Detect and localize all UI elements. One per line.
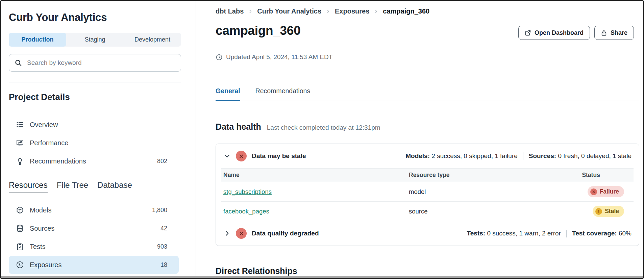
sidebar-item-label: Recommendations [30, 157, 86, 165]
sidebar-item-performance[interactable]: Performance [9, 134, 179, 152]
sidebar-item-exposures[interactable]: Exposures 18 [9, 256, 179, 274]
resource-type-cell: model [407, 182, 580, 202]
search-icon [15, 59, 22, 67]
stale-resources-table: Name Resource type Status stg_subscripti… [221, 168, 634, 221]
cube-icon [16, 206, 24, 214]
search-box[interactable] [9, 54, 181, 72]
tab-resources[interactable]: Resources [9, 180, 48, 193]
stats-divider [566, 230, 567, 237]
sidebar-item-label: Exposures [30, 261, 62, 269]
error-circle-icon [236, 228, 247, 239]
sidebar-divider [9, 82, 181, 82]
chevron-down-icon[interactable] [223, 152, 231, 160]
breadcrumb: dbt Labs Curb Your Analytics Exposures c… [216, 7, 639, 15]
share-label: Share [611, 29, 627, 36]
performance-chart-icon [16, 139, 24, 147]
sidebar-item-label: Sources [30, 225, 54, 232]
open-dashboard-button[interactable]: Open Dashboard [518, 26, 590, 40]
stale-section-title: Data may be stale [252, 152, 306, 160]
column-header-status: Status [580, 169, 634, 182]
open-dashboard-label: Open Dashboard [535, 29, 584, 36]
title-row: campaign_360 Open Dashboard Share [216, 24, 639, 40]
status-badge-label: Failure [600, 188, 619, 195]
table-row: facebook_pages source ! Stale [221, 202, 634, 221]
updated-text: Updated April 5, 2024, 11:53 AM EDT [226, 53, 332, 61]
sidebar-item-label: Tests [30, 243, 46, 251]
tests-stat: Tests: 0 success, 1 warn, 2 error [467, 230, 561, 237]
quality-section-row: Data quality degraded Tests: 0 success, … [216, 221, 639, 246]
quality-section-title: Data quality degraded [252, 230, 319, 237]
search-input[interactable] [26, 59, 175, 67]
chevron-right-icon[interactable] [223, 230, 231, 237]
database-icon [16, 224, 24, 232]
detail-tabs: General Recommendations [216, 87, 639, 101]
tab-recommendations[interactable]: Recommendations [255, 87, 311, 101]
clipboard-check-icon [16, 243, 24, 251]
env-tab-staging[interactable]: Staging [66, 33, 124, 47]
resource-type-cell: source [407, 202, 580, 221]
sidebar-item-tests[interactable]: Tests 903 [9, 237, 179, 256]
data-health-heading: Data health [216, 122, 261, 132]
main-content: dbt Labs Curb Your Analytics Exposures c… [196, 1, 643, 278]
status-badge-label: Stale [605, 208, 619, 215]
list-icon [16, 121, 24, 129]
status-badge-stale: ! Stale [593, 206, 624, 217]
lightbulb-icon [16, 157, 24, 165]
table-row: stg_subscriptions model Failure [221, 182, 634, 202]
stale-section-stats: Models: 2 success, 0 skipped, 1 failure … [405, 152, 631, 160]
coverage-stat: Test coverage: 60% [572, 230, 631, 237]
sidebar-item-count: 42 [160, 225, 167, 232]
resource-link-facebook-pages[interactable]: facebook_pages [223, 208, 269, 215]
page-title: campaign_360 [216, 24, 300, 38]
models-stat: Models: 2 success, 0 skipped, 1 failure [405, 152, 518, 160]
column-header-name: Name [221, 169, 407, 182]
tab-general[interactable]: General [216, 87, 240, 101]
chevron-right-icon [374, 9, 378, 14]
sidebar-item-count: 802 [157, 158, 167, 165]
chevron-right-icon [326, 9, 330, 14]
page-actions: Open Dashboard Share [518, 26, 634, 40]
env-tab-production[interactable]: Production [9, 33, 66, 47]
gauge-icon [16, 261, 24, 269]
breadcrumb-exposures[interactable]: Exposures [335, 7, 369, 15]
table-header-row: Name Resource type Status [221, 169, 634, 182]
sidebar-item-label: Performance [30, 139, 69, 147]
column-header-resource-type: Resource type [407, 169, 580, 182]
tab-file-tree[interactable]: File Tree [57, 180, 88, 193]
breadcrumb-project[interactable]: Curb Your Analytics [257, 7, 321, 15]
sidebar-item-recommendations[interactable]: Recommendations 802 [9, 152, 179, 170]
clock-icon [216, 54, 223, 61]
sidebar-item-count: 18 [160, 261, 167, 269]
sidebar-item-overview[interactable]: Overview [9, 116, 179, 134]
tab-database[interactable]: Database [97, 180, 132, 193]
stale-section-row: Data may be stale Models: 2 success, 0 s… [216, 144, 639, 168]
error-circle-icon [236, 151, 247, 161]
direct-relationships-heading: Direct Relationships [216, 266, 639, 276]
chevron-right-icon [248, 9, 253, 14]
app-window: Curb Your Analytics Production Staging D… [0, 0, 644, 279]
sidebar-item-sources[interactable]: Sources 42 [9, 219, 179, 237]
warning-exclamation-icon: ! [595, 208, 602, 215]
failure-x-icon [590, 188, 597, 195]
external-link-icon [525, 30, 531, 36]
sources-stat: Sources: 0 fresh, 0 delayed, 1 stale [529, 152, 631, 160]
sidebar-item-count: 903 [157, 243, 167, 250]
share-button[interactable]: Share [594, 26, 634, 40]
quality-section-stats: Tests: 0 success, 1 warn, 2 error Test c… [467, 230, 631, 237]
data-health-header: Data health Last check completed today a… [216, 122, 639, 132]
updated-row: Updated April 5, 2024, 11:53 AM EDT [216, 53, 639, 61]
breadcrumb-dbt-labs[interactable]: dbt Labs [216, 7, 244, 15]
last-check-text: Last check completed today at 12:31pm [267, 124, 380, 131]
resource-link-stg-subscriptions[interactable]: stg_subscriptions [223, 188, 272, 195]
resources-nav: Models 1,800 Sources 42 Tests 903 [9, 201, 188, 274]
share-icon [601, 30, 607, 36]
sidebar-item-label: Models [30, 206, 51, 214]
sidebar-item-models[interactable]: Models 1,800 [9, 201, 179, 219]
sidebar: Curb Your Analytics Production Staging D… [1, 1, 196, 278]
env-tab-development[interactable]: Development [124, 33, 181, 47]
sidebar-item-label: Overview [30, 121, 58, 129]
status-badge-failure: Failure [588, 186, 624, 197]
project-details-heading: Project Details [9, 92, 188, 102]
project-title: Curb Your Analytics [9, 11, 188, 24]
data-health-card: Data may be stale Models: 2 success, 0 s… [216, 144, 639, 246]
